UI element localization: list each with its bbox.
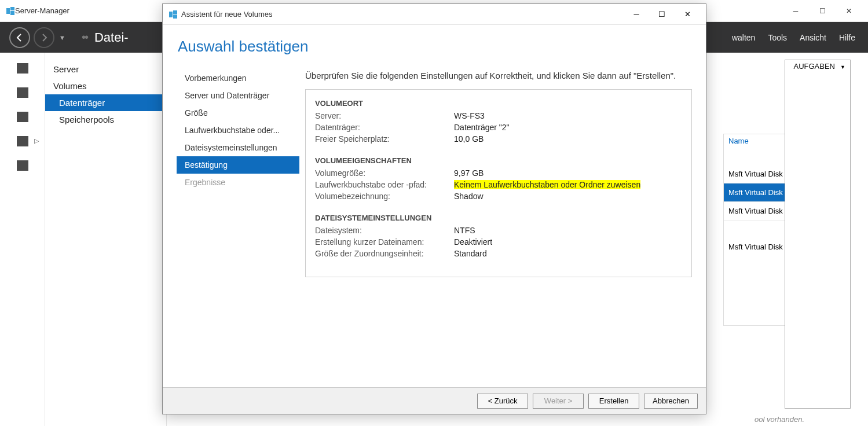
wizard-heading: Auswahl bestätigen — [178, 38, 692, 56]
maximize-button[interactable]: ☐ — [809, 2, 836, 20]
nav-history-dropdown[interactable]: ▼ — [59, 34, 65, 41]
step-server-datentraeger[interactable]: Server und Datenträger — [177, 87, 299, 104]
menu-view[interactable]: Ansicht — [800, 33, 826, 42]
server-manager-icon — [6, 6, 15, 16]
step-groesse[interactable]: Größe — [177, 104, 299, 122]
tasks-dropdown-lower[interactable]: AUFGABEN — [785, 60, 851, 409]
icon-rail: ▷ — [0, 53, 45, 426]
menu-manage[interactable]: walten — [732, 33, 755, 42]
breadcrumb-label[interactable]: Datei- — [94, 30, 129, 45]
wizard-minimize-button[interactable]: ─ — [624, 6, 649, 23]
sidebar-item-server[interactable]: Server — [45, 61, 166, 78]
svg-rect-0 — [6, 8, 10, 14]
minimize-button[interactable]: ─ — [782, 2, 809, 20]
next-button: Weiter > — [533, 394, 584, 409]
all-servers-icon[interactable] — [17, 112, 28, 122]
value-dateisystem: NTFS — [454, 226, 475, 235]
local-server-icon[interactable] — [17, 87, 28, 98]
footer-note: ool vorhanden. — [755, 415, 804, 424]
section-dateisystem: DATEISYSTEMEINSTELLUNGEN — [315, 214, 682, 222]
breadcrumb: •• Datei- — [82, 30, 129, 45]
value-volumebezeichnung: Shadow — [454, 192, 484, 201]
new-volume-wizard: Assistent für neue Volumes ─ ☐ ✕ Auswahl… — [162, 3, 706, 414]
label-kurze-dateinamen: Erstellung kurzer Dateinamen: — [315, 237, 454, 247]
summary-box: VOLUMEORT Server:WS-FS3 Datenträger:Date… — [305, 89, 692, 277]
label-zuordnungseinheit: Größe der Zuordnungseinheit: — [315, 249, 454, 258]
menu-tools[interactable]: Tools — [768, 33, 787, 42]
label-dateisystem: Dateisystem: — [315, 226, 454, 235]
value-laufwerk-pfad: Keinem Laufwerkbuchstaben oder Ordner zu… — [454, 180, 640, 189]
sidebar-item-volumes[interactable]: Volumes — [45, 78, 166, 94]
section-volumeort: VOLUMEORT — [315, 99, 682, 108]
wizard-icon — [169, 10, 178, 19]
label-server: Server: — [315, 111, 454, 120]
value-freier-speicher: 10,0 GB — [454, 134, 484, 144]
wizard-close-button[interactable]: ✕ — [675, 6, 700, 23]
step-bestaetigung[interactable]: Bestätigung — [177, 156, 299, 174]
svg-rect-2 — [10, 11, 14, 15]
nav-back-button[interactable] — [9, 27, 30, 48]
value-zuordnungseinheit: Standard — [454, 249, 487, 258]
cancel-button[interactable]: Abbrechen — [644, 394, 698, 409]
services-icon[interactable] — [17, 160, 28, 171]
sidebar-item-datentraeger[interactable]: Datenträger — [45, 94, 166, 111]
value-volumegroesse: 9,97 GB — [454, 168, 484, 178]
step-laufwerkbuchstabe[interactable]: Laufwerkbuchstabe oder... — [177, 122, 299, 139]
label-datentraeger: Datenträger: — [315, 123, 454, 132]
dashboard-icon[interactable] — [17, 63, 28, 74]
svg-rect-5 — [173, 14, 177, 19]
step-ergebnisse: Ergebnisse — [177, 174, 299, 191]
file-storage-icon[interactable]: ▷ — [17, 136, 28, 146]
svg-rect-3 — [169, 12, 173, 17]
side-nav: Server Volumes Datenträger Speicherpools — [45, 53, 167, 426]
label-freier-speicher: Freier Speicherplatz: — [315, 134, 454, 144]
step-vorbemerkungen[interactable]: Vorbemerkungen — [177, 69, 299, 87]
label-volumebezeichnung: Volumebezeichnung: — [315, 192, 454, 201]
wizard-content: Überprüfen Sie die folgenden Einstellung… — [305, 69, 692, 387]
step-dateisystem[interactable]: Dateisystemeinstellungen — [177, 139, 299, 156]
wizard-footer: < Zurück Weiter > Erstellen Abbrechen — [163, 387, 706, 414]
value-datentraeger: Datenträger "2" — [454, 123, 510, 132]
label-laufwerk-pfad: Laufwerkbuchstabe oder -pfad: — [315, 180, 454, 189]
section-volumeeigenschaften: VOLUMEEIGENSCHAFTEN — [315, 156, 682, 165]
expand-chevron-icon: ▷ — [34, 137, 39, 145]
svg-rect-4 — [173, 10, 177, 14]
create-button[interactable]: Erstellen — [588, 394, 639, 409]
nav-forward-button[interactable] — [34, 27, 54, 48]
value-server: WS-FS3 — [454, 111, 485, 120]
label-volumegroesse: Volumegröße: — [315, 168, 454, 178]
wizard-title-bar: Assistent für neue Volumes ─ ☐ ✕ — [163, 4, 706, 25]
svg-rect-1 — [10, 7, 14, 10]
breadcrumb-separator: •• — [82, 31, 87, 44]
back-button[interactable]: < Zurück — [477, 394, 528, 409]
wizard-maximize-button[interactable]: ☐ — [649, 6, 675, 23]
wizard-step-list: Vorbemerkungen Server und Datenträger Gr… — [177, 69, 299, 387]
wizard-intro: Überprüfen Sie die folgenden Einstellung… — [305, 69, 692, 82]
sidebar-item-speicherpools[interactable]: Speicherpools — [45, 111, 166, 128]
close-button[interactable]: ✕ — [836, 2, 862, 20]
value-kurze-dateinamen: Deaktiviert — [454, 237, 492, 247]
menu-help[interactable]: Hilfe — [839, 33, 855, 42]
wizard-title: Assistent für neue Volumes — [181, 10, 624, 19]
